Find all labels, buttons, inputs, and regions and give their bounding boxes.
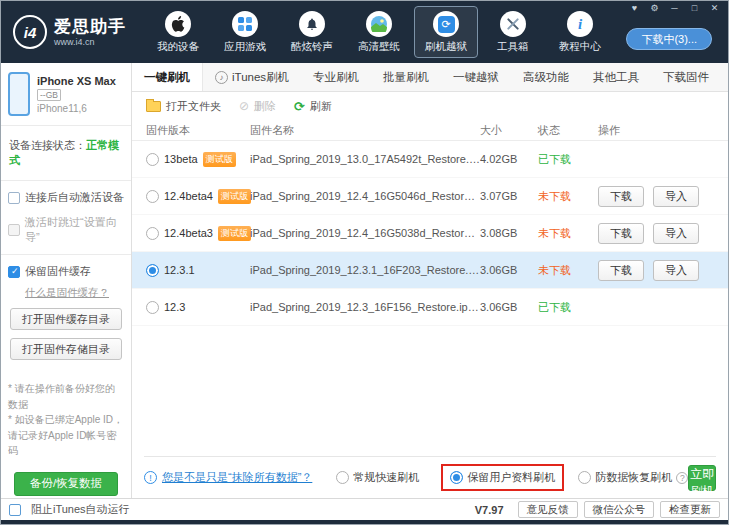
tab-advanced[interactable]: 高级功能 (511, 63, 581, 91)
checkbox-label: 阻止iTunes自动运行 (31, 502, 130, 517)
refresh-icon (294, 99, 305, 114)
check-update-button[interactable]: 检查更新 (660, 501, 720, 518)
firmware-row[interactable]: 12.4beta4 测试版 iPad_Spring_2019_12.4_16G5… (132, 178, 728, 215)
device-model: iPhone11,6 (37, 103, 116, 114)
wechat-button[interactable]: 微信公众号 (584, 501, 655, 518)
minimize-icon[interactable] (669, 4, 680, 13)
connection-status: 设备连接状态：正常模式 (1, 126, 131, 181)
radio-anti-recovery-flash[interactable]: 防数据恢复刷机 (578, 470, 688, 485)
col-version: 固件版本 (132, 123, 250, 138)
nav-ringtones[interactable]: 酷炫铃声 (280, 6, 344, 58)
firmware-size: 4.02GB (480, 153, 538, 165)
tab-download-firmware[interactable]: 下载固件 (651, 63, 721, 91)
open-cache-dir-button[interactable]: 打开固件缓存目录 (10, 308, 122, 330)
beta-badge: 测试版 (218, 226, 251, 241)
block-itunes-checkbox[interactable]: 阻止iTunes自动运行 (9, 502, 130, 517)
nav-label: 酷炫铃声 (291, 40, 333, 54)
col-name: 固件名称 (250, 123, 480, 138)
firmware-radio[interactable] (146, 301, 159, 314)
auto-activate-checkbox[interactable]: 连接后自动激活设备 (8, 190, 124, 205)
feedback-button[interactable]: 意见反馈 (518, 501, 578, 518)
table-header: 固件版本 固件名称 大小 状态 操作 (132, 120, 728, 141)
maximize-icon[interactable] (689, 4, 700, 13)
tab-one-click-flash[interactable]: 一键刷机 (132, 63, 203, 91)
erase-data-link[interactable]: 您是不是只是“抹除所有数据”？ (162, 470, 312, 485)
help-icon[interactable] (676, 472, 688, 484)
radio-normal-flash[interactable]: 常规快速刷机 (336, 470, 419, 485)
app-version: V7.97 (475, 504, 504, 516)
col-status: 状态 (538, 123, 598, 138)
delete-button[interactable]: 删除 (239, 99, 276, 114)
radio-label: 常规快速刷机 (353, 470, 419, 485)
nav-toolbox[interactable]: 工具箱 (481, 6, 545, 58)
radio-label: 防数据恢复刷机 (595, 470, 672, 485)
firmware-radio[interactable] (146, 227, 159, 240)
settings-icon[interactable] (649, 4, 660, 13)
tab-label: iTunes刷机 (232, 70, 289, 85)
tab-one-click-jailbreak[interactable]: 一键越狱 (441, 63, 511, 91)
nav-tutorials[interactable]: i 教程中心 (548, 6, 612, 58)
checkbox-label: 连接后自动激活设备 (25, 190, 124, 205)
nav-flash-jailbreak[interactable]: 刷机越狱 (414, 6, 478, 58)
firmware-row[interactable]: 12.3 iPad_Spring_2019_12.3_16F156_Restor… (132, 289, 728, 326)
flash-now-button[interactable]: 立即刷机 (688, 465, 716, 491)
skip-setup-checkbox[interactable]: 激活时跳过“设置向导” (8, 215, 124, 245)
import-button[interactable]: 导入 (653, 260, 699, 281)
nav-wallpapers[interactable]: 高清壁纸 (347, 6, 411, 58)
firmware-size: 3.06GB (480, 301, 538, 313)
nav-apps-games[interactable]: 应用游戏 (213, 6, 277, 58)
firmware-name: iPad_Spring_2019_12.3.1_16F203_Restore.i… (250, 264, 480, 276)
radio-keep-user-data-flash[interactable]: 保留用户资料刷机 (441, 464, 564, 491)
i4-logo-icon: i4 (13, 15, 47, 49)
note-line: * 请在操作前备份好您的数据 (8, 381, 124, 412)
activation-options: 连接后自动激活设备 激活时跳过“设置向导” (1, 181, 131, 255)
firmware-size: 3.07GB (480, 190, 538, 202)
firmware-radio[interactable] (146, 153, 159, 166)
top-bar: i4 爱思助手 www.i4.cn 我的设备 应用游戏 (1, 1, 728, 63)
device-name: iPhone XS Max (37, 75, 116, 87)
col-operation: 操作 (598, 123, 716, 138)
radio-selected-icon (450, 471, 463, 484)
cache-help-link[interactable]: 什么是固件缓存？ (25, 286, 124, 300)
nav-my-devices[interactable]: 我的设备 (146, 6, 210, 58)
downloading-button[interactable]: 下载中(3)... (626, 28, 712, 50)
backup-restore-button[interactable]: 备份/恢复数据 (14, 472, 118, 496)
keep-cache-checkbox[interactable]: 保留固件缓存 (8, 264, 124, 279)
tab-batch-flash[interactable]: 批量刷机 (371, 63, 441, 91)
firmware-row-selected[interactable]: 12.3.1 iPad_Spring_2019_12.3.1_16F203_Re… (132, 252, 728, 289)
radio-icon (578, 471, 591, 484)
download-button[interactable]: 下载 (598, 186, 644, 207)
open-folder-button[interactable]: 打开文件夹 (146, 99, 221, 114)
wallpaper-icon (366, 11, 392, 37)
beta-badge: 测试版 (203, 152, 236, 167)
tab-bar: 一键刷机 iTunes刷机 专业刷机 批量刷机 一键越狱 高级功能 其他工具 下… (132, 63, 728, 92)
firmware-version: 12.4beta4 (164, 190, 213, 202)
import-button[interactable]: 导入 (653, 186, 699, 207)
firmware-name: iPad_Spring_2019_12.4_16G5046d_Restore.i… (250, 190, 480, 202)
checkbox-icon (9, 504, 21, 516)
download-button[interactable]: 下载 (598, 223, 644, 244)
tab-other-tools[interactable]: 其他工具 (581, 63, 651, 91)
nav-label: 工具箱 (497, 40, 529, 54)
open-storage-dir-button[interactable]: 打开固件存储目录 (10, 338, 122, 360)
device-info-panel: iPhone XS Max --GB iPhone11,6 (1, 63, 131, 126)
import-button[interactable]: 导入 (653, 223, 699, 244)
refresh-button[interactable]: 刷新 (294, 99, 332, 114)
status-label: 设备连接状态： (9, 139, 86, 151)
nav-label: 高清壁纸 (358, 40, 400, 54)
folder-icon (146, 101, 161, 112)
download-button[interactable]: 下载 (598, 260, 644, 281)
theme-icon[interactable] (629, 4, 640, 13)
tab-itunes-flash[interactable]: iTunes刷机 (203, 63, 301, 91)
firmware-status: 已下载 (538, 152, 598, 167)
firmware-radio[interactable] (146, 190, 159, 203)
firmware-status: 已下载 (538, 300, 598, 315)
close-icon[interactable] (709, 4, 720, 13)
firmware-row[interactable]: 12.4beta3 测试版 iPad_Spring_2019_12.4_16G5… (132, 215, 728, 252)
firmware-row[interactable]: 13beta 测试版 iPad_Spring_2019_13.0_17A5492… (132, 141, 728, 178)
firmware-radio-selected[interactable] (146, 264, 159, 277)
tab-pro-flash[interactable]: 专业刷机 (301, 63, 371, 91)
firmware-version: 13beta (164, 153, 198, 165)
checkbox-icon (8, 192, 20, 204)
firmware-size: 3.06GB (480, 264, 538, 276)
